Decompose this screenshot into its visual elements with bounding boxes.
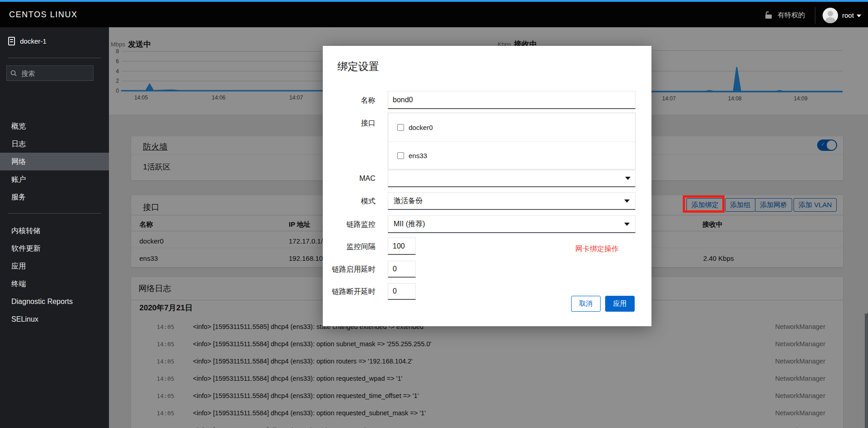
link-down-delay-input[interactable] — [388, 284, 415, 299]
checkbox-docker0[interactable] — [397, 124, 404, 131]
privileged-label: 有特权的 — [778, 11, 805, 20]
sidebar-item-terminal[interactable]: 终端 — [0, 275, 109, 293]
annotation-text: 网卡绑定操作 — [575, 244, 619, 254]
search-icon — [10, 70, 17, 76]
monitoring-interval-label: 监控间隔 — [323, 242, 375, 252]
link-monitoring-value: MII (推荐) — [394, 219, 425, 229]
link-monitoring-label: 链路监控 — [323, 220, 375, 229]
name-field-wrap — [388, 91, 636, 109]
chevron-down-icon — [857, 15, 861, 17]
link-monitoring-select[interactable]: MII (推荐) — [388, 215, 636, 233]
sidebar-item-logs[interactable]: 日志 — [0, 135, 109, 153]
sidebar-search — [6, 65, 94, 81]
host-selector[interactable]: docker-1 — [0, 35, 109, 54]
mode-select[interactable]: 激活备份 — [388, 192, 636, 210]
mode-value: 激活备份 — [394, 196, 423, 206]
link-up-delay-wrap — [388, 261, 416, 278]
chevron-down-icon[interactable] — [625, 177, 631, 180]
sidebar-item-diagnostic-reports[interactable]: Diagnostic Reports — [0, 293, 109, 310]
name-label: 名称 — [323, 96, 375, 105]
sidebar-item-network[interactable]: 网络 — [0, 153, 109, 170]
avatar[interactable] — [823, 8, 838, 23]
monitoring-interval-input[interactable] — [388, 238, 415, 254]
scrollbar[interactable] — [865, 314, 868, 428]
cancel-button[interactable]: 取消 — [571, 296, 601, 312]
mac-label: MAC — [323, 174, 375, 183]
interfaces-label: 接口 — [323, 119, 375, 128]
sidebar-item-applications[interactable]: 应用 — [0, 257, 109, 275]
checkbox-ens33[interactable] — [397, 152, 404, 159]
monitoring-interval-wrap — [388, 238, 416, 255]
unlocked-padlock-icon — [765, 11, 772, 19]
member-label: ens33 — [409, 152, 427, 159]
chevron-down-icon — [624, 223, 630, 226]
topbar-divider — [815, 7, 815, 24]
sidebar-item-kdump[interactable]: 内核转储 — [0, 222, 109, 239]
mac-field-wrap — [388, 170, 636, 187]
member-interfaces-list: docker0 ens33 — [388, 113, 636, 169]
server-icon — [8, 37, 15, 45]
sidebar-item-overview[interactable]: 概览 — [0, 117, 109, 135]
bond-name-input[interactable] — [388, 91, 635, 108]
sidebar-item-selinux[interactable]: SELinux — [0, 310, 109, 328]
mac-input[interactable] — [388, 170, 635, 186]
top-bar: CENTOS LINUX 有特权的 root — [0, 0, 868, 27]
link-down-delay-wrap — [388, 283, 416, 300]
member-row-docker0[interactable]: docker0 — [388, 113, 635, 141]
brand-logo: CENTOS LINUX — [9, 10, 78, 20]
link-down-delay-label: 链路断开延时 — [323, 287, 375, 297]
annotation-highlight-box — [683, 195, 725, 213]
sidebar-item-accounts[interactable]: 账户 — [0, 170, 109, 188]
chevron-down-icon — [624, 199, 630, 203]
cockpit-app: CENTOS LINUX 有特权的 root docker-1 概览 日志 网络… — [0, 0, 868, 428]
apply-button[interactable]: 应用 — [605, 296, 635, 312]
user-menu[interactable]: root — [842, 11, 861, 19]
bond-settings-dialog: 绑定设置 名称 接口 docker0 ens33 MAC 模式 激活备份 链路 — [323, 46, 651, 326]
sidebar-divider — [8, 213, 101, 214]
sidebar-item-services[interactable]: 服务 — [0, 188, 109, 206]
mode-label: 模式 — [323, 197, 375, 206]
link-up-delay-label: 链路启用延时 — [323, 265, 375, 274]
member-row-ens33[interactable]: ens33 — [388, 141, 635, 169]
dialog-title: 绑定设置 — [337, 60, 379, 74]
sidebar-divider — [8, 58, 101, 58]
member-label: docker0 — [409, 124, 433, 131]
search-input[interactable] — [20, 69, 84, 78]
sidebar-item-software-updates[interactable]: 软件更新 — [0, 239, 109, 257]
link-up-delay-input[interactable] — [388, 261, 415, 277]
host-name: docker-1 — [20, 37, 46, 45]
sidebar: docker-1 概览 日志 网络 账户 服务 内核转储 软件更新 应用 终端 … — [0, 27, 109, 428]
